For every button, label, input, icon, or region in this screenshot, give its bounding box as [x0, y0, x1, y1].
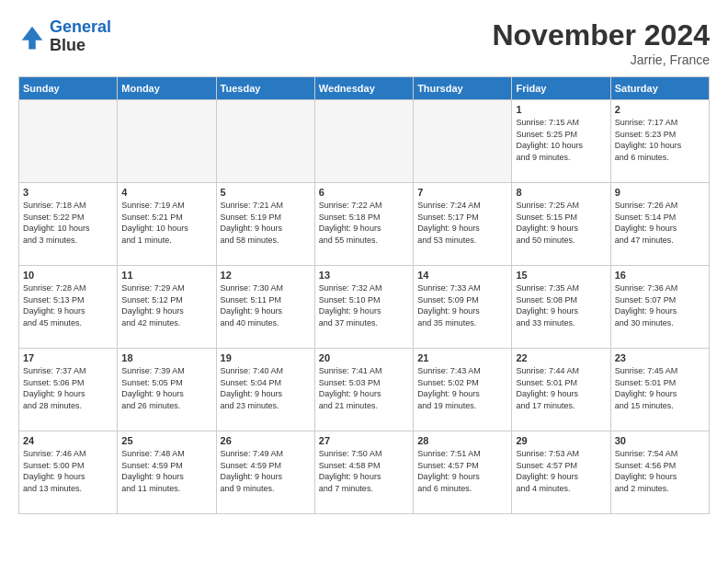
- location: Jarrie, France: [492, 52, 710, 67]
- day-info: Sunrise: 7:26 AM Sunset: 5:14 PM Dayligh…: [615, 200, 705, 246]
- calendar-cell: 19Sunrise: 7:40 AM Sunset: 5:04 PM Dayli…: [216, 349, 314, 431]
- calendar-cell: 5Sunrise: 7:21 AM Sunset: 5:19 PM Daylig…: [216, 183, 314, 266]
- calendar-body: 1Sunrise: 7:15 AM Sunset: 5:25 PM Daylig…: [19, 100, 710, 514]
- calendar-header-row: SundayMondayTuesdayWednesdayThursdayFrid…: [19, 77, 710, 100]
- calendar-cell: [314, 100, 413, 183]
- calendar-cell: 21Sunrise: 7:43 AM Sunset: 5:02 PM Dayli…: [414, 349, 512, 431]
- day-number: 19: [221, 352, 311, 363]
- calendar-cell: 6Sunrise: 7:22 AM Sunset: 5:18 PM Daylig…: [314, 183, 413, 266]
- calendar-cell: 26Sunrise: 7:49 AM Sunset: 4:59 PM Dayli…: [216, 431, 314, 514]
- svg-marker-0: [22, 27, 43, 50]
- day-number: 17: [23, 352, 113, 363]
- day-number: 13: [319, 270, 409, 281]
- calendar-cell: 10Sunrise: 7:28 AM Sunset: 5:13 PM Dayli…: [19, 266, 118, 349]
- calendar-week-row: 3Sunrise: 7:18 AM Sunset: 5:22 PM Daylig…: [19, 183, 710, 266]
- page-header: GeneralBlue November 2024 Jarrie, France: [18, 18, 710, 67]
- day-info: Sunrise: 7:50 AM Sunset: 4:58 PM Dayligh…: [319, 448, 409, 494]
- day-info: Sunrise: 7:54 AM Sunset: 4:56 PM Dayligh…: [615, 448, 705, 494]
- weekday-header: Sunday: [19, 77, 118, 100]
- calendar-cell: 23Sunrise: 7:45 AM Sunset: 5:01 PM Dayli…: [610, 349, 709, 431]
- day-info: Sunrise: 7:18 AM Sunset: 5:22 PM Dayligh…: [23, 200, 113, 246]
- day-info: Sunrise: 7:21 AM Sunset: 5:19 PM Dayligh…: [221, 200, 311, 246]
- calendar-cell: 30Sunrise: 7:54 AM Sunset: 4:56 PM Dayli…: [610, 431, 709, 514]
- logo-text: GeneralBlue: [50, 18, 111, 55]
- day-number: 10: [23, 270, 113, 281]
- day-info: Sunrise: 7:53 AM Sunset: 4:57 PM Dayligh…: [516, 448, 606, 494]
- calendar-cell: 27Sunrise: 7:50 AM Sunset: 4:58 PM Dayli…: [314, 431, 413, 514]
- calendar-cell: 2Sunrise: 7:17 AM Sunset: 5:23 PM Daylig…: [610, 100, 709, 183]
- day-number: 4: [121, 187, 211, 198]
- day-number: 2: [615, 104, 705, 115]
- day-info: Sunrise: 7:28 AM Sunset: 5:13 PM Dayligh…: [23, 282, 113, 328]
- calendar-cell: 28Sunrise: 7:51 AM Sunset: 4:57 PM Dayli…: [414, 431, 512, 514]
- calendar-cell: [19, 100, 118, 183]
- day-number: 20: [319, 352, 409, 363]
- day-info: Sunrise: 7:15 AM Sunset: 5:25 PM Dayligh…: [516, 117, 606, 163]
- day-number: 21: [417, 352, 507, 363]
- weekday-header: Tuesday: [216, 77, 314, 100]
- weekday-header: Friday: [512, 77, 610, 100]
- day-info: Sunrise: 7:46 AM Sunset: 5:00 PM Dayligh…: [23, 448, 113, 494]
- calendar-cell: 22Sunrise: 7:44 AM Sunset: 5:01 PM Dayli…: [512, 349, 610, 431]
- day-number: 14: [417, 270, 507, 281]
- calendar-cell: 1Sunrise: 7:15 AM Sunset: 5:25 PM Daylig…: [512, 100, 610, 183]
- day-info: Sunrise: 7:17 AM Sunset: 5:23 PM Dayligh…: [615, 117, 705, 163]
- day-number: 11: [121, 270, 211, 281]
- day-number: 5: [221, 187, 311, 198]
- day-number: 30: [615, 435, 705, 446]
- logo: GeneralBlue: [18, 18, 111, 55]
- day-info: Sunrise: 7:30 AM Sunset: 5:11 PM Dayligh…: [221, 282, 311, 328]
- day-info: Sunrise: 7:44 AM Sunset: 5:01 PM Dayligh…: [516, 365, 606, 411]
- day-number: 26: [221, 435, 311, 446]
- calendar-cell: 12Sunrise: 7:30 AM Sunset: 5:11 PM Dayli…: [216, 266, 314, 349]
- day-number: 29: [516, 435, 606, 446]
- calendar-cell: 14Sunrise: 7:33 AM Sunset: 5:09 PM Dayli…: [414, 266, 512, 349]
- day-number: 23: [615, 352, 705, 363]
- weekday-header: Monday: [118, 77, 216, 100]
- day-info: Sunrise: 7:40 AM Sunset: 5:04 PM Dayligh…: [221, 365, 311, 411]
- calendar-cell: 16Sunrise: 7:36 AM Sunset: 5:07 PM Dayli…: [610, 266, 709, 349]
- calendar-week-row: 1Sunrise: 7:15 AM Sunset: 5:25 PM Daylig…: [19, 100, 710, 183]
- day-info: Sunrise: 7:48 AM Sunset: 4:59 PM Dayligh…: [121, 448, 211, 494]
- calendar-cell: 8Sunrise: 7:25 AM Sunset: 5:15 PM Daylig…: [512, 183, 610, 266]
- day-info: Sunrise: 7:29 AM Sunset: 5:12 PM Dayligh…: [121, 282, 211, 328]
- calendar-cell: 17Sunrise: 7:37 AM Sunset: 5:06 PM Dayli…: [19, 349, 118, 431]
- calendar-week-row: 24Sunrise: 7:46 AM Sunset: 5:00 PM Dayli…: [19, 431, 710, 514]
- day-info: Sunrise: 7:25 AM Sunset: 5:15 PM Dayligh…: [516, 200, 606, 246]
- day-info: Sunrise: 7:37 AM Sunset: 5:06 PM Dayligh…: [23, 365, 113, 411]
- weekday-header: Wednesday: [314, 77, 413, 100]
- calendar-cell: 15Sunrise: 7:35 AM Sunset: 5:08 PM Dayli…: [512, 266, 610, 349]
- logo-icon: [18, 23, 46, 51]
- calendar-cell: 25Sunrise: 7:48 AM Sunset: 4:59 PM Dayli…: [118, 431, 216, 514]
- day-number: 12: [221, 270, 311, 281]
- day-number: 25: [121, 435, 211, 446]
- day-number: 3: [23, 187, 113, 198]
- day-info: Sunrise: 7:32 AM Sunset: 5:10 PM Dayligh…: [319, 282, 409, 328]
- day-number: 28: [417, 435, 507, 446]
- day-info: Sunrise: 7:36 AM Sunset: 5:07 PM Dayligh…: [615, 282, 705, 328]
- calendar-cell: 3Sunrise: 7:18 AM Sunset: 5:22 PM Daylig…: [19, 183, 118, 266]
- calendar-table: SundayMondayTuesdayWednesdayThursdayFrid…: [18, 76, 710, 514]
- day-number: 22: [516, 352, 606, 363]
- calendar-cell: 29Sunrise: 7:53 AM Sunset: 4:57 PM Dayli…: [512, 431, 610, 514]
- calendar-cell: 18Sunrise: 7:39 AM Sunset: 5:05 PM Dayli…: [118, 349, 216, 431]
- calendar-week-row: 10Sunrise: 7:28 AM Sunset: 5:13 PM Dayli…: [19, 266, 710, 349]
- calendar-cell: 4Sunrise: 7:19 AM Sunset: 5:21 PM Daylig…: [118, 183, 216, 266]
- title-block: November 2024 Jarrie, France: [492, 18, 710, 67]
- calendar-cell: 13Sunrise: 7:32 AM Sunset: 5:10 PM Dayli…: [314, 266, 413, 349]
- calendar-cell: 11Sunrise: 7:29 AM Sunset: 5:12 PM Dayli…: [118, 266, 216, 349]
- day-number: 16: [615, 270, 705, 281]
- day-info: Sunrise: 7:24 AM Sunset: 5:17 PM Dayligh…: [417, 200, 507, 246]
- month-title: November 2024: [492, 18, 710, 52]
- calendar-cell: [118, 100, 216, 183]
- calendar-cell: 9Sunrise: 7:26 AM Sunset: 5:14 PM Daylig…: [610, 183, 709, 266]
- calendar-cell: [414, 100, 512, 183]
- day-number: 9: [615, 187, 705, 198]
- calendar-cell: 7Sunrise: 7:24 AM Sunset: 5:17 PM Daylig…: [414, 183, 512, 266]
- day-number: 1: [516, 104, 606, 115]
- day-info: Sunrise: 7:43 AM Sunset: 5:02 PM Dayligh…: [417, 365, 507, 411]
- day-info: Sunrise: 7:22 AM Sunset: 5:18 PM Dayligh…: [319, 200, 409, 246]
- day-number: 7: [417, 187, 507, 198]
- calendar-cell: [216, 100, 314, 183]
- calendar-week-row: 17Sunrise: 7:37 AM Sunset: 5:06 PM Dayli…: [19, 349, 710, 431]
